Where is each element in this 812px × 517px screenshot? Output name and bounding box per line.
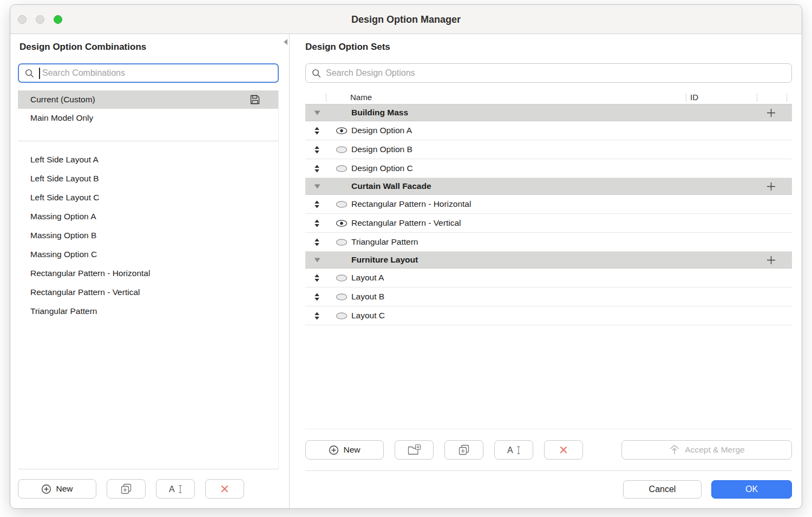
accept-merge-label: Accept & Merge [685, 445, 744, 455]
visibility-off-eye-icon[interactable] [336, 146, 348, 153]
design-option-row[interactable]: Rectangular Pattern - Vertical [305, 214, 792, 233]
visibility-off-eye-icon[interactable] [336, 274, 348, 282]
design-option-row[interactable]: Rectangular Pattern - Horizontal [305, 195, 792, 214]
option-sets-panel-title: Design Option Sets [305, 42, 390, 53]
design-option-manager-window: Design Option Manager Design Option Comb… [10, 4, 802, 509]
merge-up-arrow-icon [669, 444, 680, 455]
option-set-name: Furniture Layout [351, 255, 418, 265]
visibility-off-eye-icon[interactable] [336, 239, 348, 246]
reorder-handle-icon[interactable] [314, 165, 320, 173]
reorder-handle-icon[interactable] [314, 127, 320, 135]
dialog-footer: Cancel OK [305, 480, 792, 499]
disclosure-triangle-icon[interactable] [314, 184, 320, 189]
design-option-row[interactable]: Layout A [305, 269, 792, 287]
option-set-group-row[interactable]: Building Mass [305, 104, 792, 121]
visibility-on-eye-icon[interactable] [336, 127, 348, 134]
collapse-panel-icon[interactable] [283, 38, 288, 45]
design-option-name: Design Option A [351, 126, 412, 135]
new-option-set-button[interactable]: New [305, 440, 384, 460]
option-sets-toolbar: New A Accept & Merge [305, 440, 792, 460]
combination-list-item[interactable]: Rectangular Pattern - Vertical [18, 283, 278, 302]
add-option-icon[interactable] [767, 182, 776, 191]
design-option-name: Triangular Pattern [351, 237, 418, 247]
delete-combination-button[interactable] [205, 479, 244, 499]
delete-x-icon [559, 445, 568, 455]
combination-list-item[interactable]: Massing Option A [18, 207, 278, 226]
combinations-toolbar: New A [18, 479, 279, 499]
combinations-panel-title: Design Option Combinations [19, 42, 146, 53]
column-divider [686, 93, 686, 102]
ok-button[interactable]: OK [711, 480, 792, 499]
column-header-name: Name [350, 93, 372, 102]
combination-list-item[interactable]: Triangular Pattern [18, 302, 278, 320]
titlebar: Design Option Manager [10, 5, 802, 34]
duplicate-icon [120, 482, 133, 495]
new-combination-button[interactable]: New [18, 479, 96, 499]
combination-item-current[interactable]: Current (Custom) [18, 90, 278, 109]
design-option-row[interactable]: Layout C [305, 306, 792, 325]
duplicate-combination-button[interactable] [107, 479, 146, 499]
reorder-handle-icon[interactable] [314, 312, 320, 320]
add-option-icon[interactable] [767, 108, 776, 117]
combination-list-item[interactable]: Left Side Layout B [18, 169, 278, 188]
visibility-on-eye-icon[interactable] [336, 220, 348, 227]
reorder-handle-icon[interactable] [314, 219, 320, 227]
list-separator [18, 127, 278, 141]
new-folder-icon [407, 444, 421, 456]
duplicate-option-button[interactable] [444, 440, 483, 460]
reorder-handle-icon[interactable] [314, 238, 320, 246]
disclosure-triangle-icon[interactable] [314, 110, 320, 115]
new-combination-label: New [56, 484, 73, 494]
footer-separator [305, 470, 792, 471]
design-option-name: Layout A [351, 273, 384, 283]
design-option-name: Design Option C [351, 163, 413, 173]
column-divider [787, 93, 787, 102]
rename-icon: A [507, 445, 521, 455]
visibility-off-eye-icon[interactable] [336, 293, 348, 300]
option-sets-search[interactable] [305, 63, 792, 83]
combination-list-item[interactable]: Massing Option C [18, 245, 278, 264]
visibility-off-eye-icon[interactable] [336, 201, 348, 208]
option-sets-search-input[interactable] [326, 68, 786, 78]
combinations-search-input[interactable] [42, 68, 272, 78]
option-set-group-row[interactable]: Curtain Wall Facade [305, 178, 792, 195]
table-header: Name ID [305, 90, 792, 104]
reorder-handle-icon[interactable] [314, 274, 320, 282]
disclosure-triangle-icon[interactable] [314, 258, 320, 263]
design-option-row[interactable]: Design Option C [305, 159, 792, 178]
delete-option-button[interactable] [544, 440, 583, 460]
design-option-row[interactable]: Layout B [305, 287, 792, 306]
new-folder-button[interactable] [395, 440, 434, 460]
design-option-name: Rectangular Pattern - Vertical [351, 218, 461, 228]
reorder-handle-icon[interactable] [314, 200, 320, 208]
option-set-group-row[interactable]: Furniture Layout [305, 252, 792, 269]
option-set-name: Curtain Wall Facade [351, 181, 431, 191]
rename-option-button[interactable]: A [494, 440, 533, 460]
design-option-name: Layout C [351, 311, 385, 320]
combinations-search[interactable] [18, 63, 279, 83]
save-icon[interactable] [249, 94, 261, 106]
combination-item-main-model[interactable]: Main Model Only [18, 109, 278, 127]
combination-item-label: Current (Custom) [30, 95, 95, 104]
design-option-name: Layout B [351, 292, 384, 302]
search-icon [311, 68, 322, 78]
design-option-row[interactable]: Design Option A [305, 121, 792, 140]
design-option-row[interactable]: Triangular Pattern [305, 233, 792, 252]
reorder-handle-icon[interactable] [314, 293, 320, 301]
visibility-off-eye-icon[interactable] [336, 165, 348, 172]
combination-list-item[interactable]: Rectangular Pattern - Horizontal [18, 264, 278, 283]
combination-list-item[interactable]: Massing Option B [18, 226, 278, 245]
new-option-set-label: New [343, 445, 360, 455]
design-option-name: Design Option B [351, 145, 412, 154]
accept-merge-button[interactable]: Accept & Merge [621, 440, 792, 460]
add-option-icon[interactable] [767, 256, 776, 265]
combination-list-item[interactable]: Left Side Layout A [18, 150, 278, 169]
rename-combination-button[interactable]: A [156, 479, 195, 499]
panel-divider[interactable] [289, 34, 290, 509]
column-header-id: ID [690, 93, 698, 102]
design-option-row[interactable]: Design Option B [305, 140, 792, 159]
cancel-button[interactable]: Cancel [623, 480, 702, 499]
combination-list-item[interactable]: Left Side Layout C [18, 188, 278, 207]
visibility-off-eye-icon[interactable] [336, 312, 348, 319]
reorder-handle-icon[interactable] [314, 146, 320, 154]
